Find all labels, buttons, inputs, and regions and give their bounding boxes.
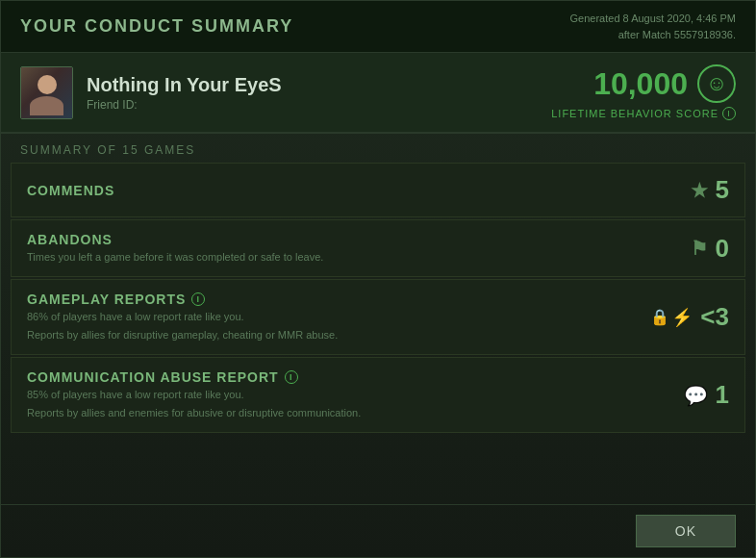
gameplay-value: 🔒 ⚡ <3 <box>650 302 729 332</box>
lifetime-label: LIFETIME BEHAVIOR SCORE i <box>551 107 736 120</box>
abandons-title: ABANDONS <box>27 232 323 247</box>
summary-label: SUMMARY OF 15 GAMES <box>1 134 755 163</box>
comm-left: COMMUNICATION ABUSE REPORT i 85% of play… <box>27 369 361 420</box>
lightning-icon: ⚡ <box>671 307 693 328</box>
behavior-score: 10,000 ☺ <box>593 64 736 103</box>
gameplay-desc2: Reports by allies for disruptive gamepla… <box>27 328 338 342</box>
match-text: after Match 5557918936. <box>570 27 736 43</box>
profile-right: 10,000 ☺ LIFETIME BEHAVIOR SCORE i <box>551 64 736 120</box>
conduct-summary-window: YOUR CONDUCT SUMMARY Generated 8 August … <box>0 0 756 558</box>
comm-title: COMMUNICATION ABUSE REPORT i <box>27 369 361 385</box>
abandons-icon: ⚑ <box>691 237 708 260</box>
abandons-row: ABANDONS Times you left a game before it… <box>11 219 745 277</box>
gameplay-title: GAMEPLAY REPORTS i <box>27 292 338 307</box>
ok-button[interactable]: OK <box>636 515 736 547</box>
header-meta: Generated 8 August 2020, 4:46 PM after M… <box>570 11 736 42</box>
gameplay-desc1: 86% of players have a low report rate li… <box>27 310 338 324</box>
commends-title: COMMENDS <box>27 183 114 198</box>
lifetime-info-icon[interactable]: i <box>722 107 736 120</box>
stats-rows: COMMENDS ★ 5 ABANDONS Times you left a g… <box>1 163 755 504</box>
commends-value: ★ 5 <box>691 175 729 205</box>
profile-section: Nothing In Your EyeS Friend ID: 10,000 ☺… <box>1 53 755 134</box>
footer: OK <box>1 504 755 557</box>
gameplay-info-icon[interactable]: i <box>191 292 205 306</box>
smiley-icon: ☺ <box>697 64 736 103</box>
lock-icon: 🔒 <box>650 308 669 326</box>
profile-left: Nothing In Your EyeS Friend ID: <box>20 66 282 119</box>
comm-desc1: 85% of players have a low report rate li… <box>27 388 361 402</box>
profile-name: Nothing In Your EyeS <box>87 74 282 96</box>
comm-abuse-row: COMMUNICATION ABUSE REPORT i 85% of play… <box>11 357 745 433</box>
comm-info-icon[interactable]: i <box>285 370 298 384</box>
generated-text: Generated 8 August 2020, 4:46 PM <box>570 11 736 27</box>
gameplay-icons: 🔒 ⚡ <box>650 307 693 328</box>
commends-row: COMMENDS ★ 5 <box>11 163 745 217</box>
comm-value: 💬 1 <box>684 380 729 410</box>
header: YOUR CONDUCT SUMMARY Generated 8 August … <box>1 1 755 53</box>
profile-friend-id: Friend ID: <box>87 98 282 112</box>
abandons-left: ABANDONS Times you left a game before it… <box>27 232 323 265</box>
avatar <box>20 66 73 119</box>
abandons-desc: Times you left a game before it was comp… <box>27 250 323 265</box>
chat-icon: 💬 <box>684 384 708 407</box>
comm-desc2: Reports by allies and enemies for abusiv… <box>27 406 361 420</box>
gameplay-reports-row: GAMEPLAY REPORTS i 86% of players have a… <box>11 279 745 355</box>
commends-icon: ★ <box>691 179 708 202</box>
gameplay-left: GAMEPLAY REPORTS i 86% of players have a… <box>27 292 338 342</box>
page-title: YOUR CONDUCT SUMMARY <box>20 16 293 37</box>
commends-left: COMMENDS <box>27 183 114 198</box>
abandons-value: ⚑ 0 <box>691 234 729 264</box>
profile-info: Nothing In Your EyeS Friend ID: <box>87 74 282 112</box>
